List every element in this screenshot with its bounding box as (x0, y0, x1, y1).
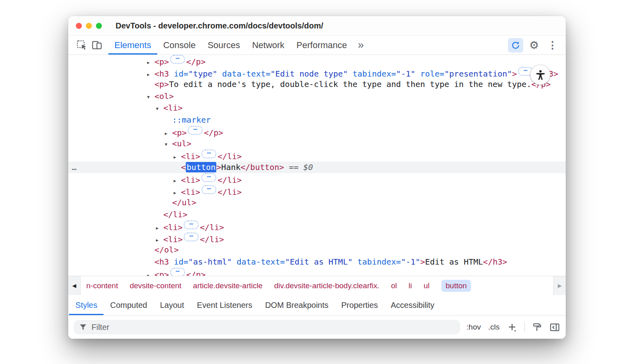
crumb-article-devsite-article[interactable]: article.devsite-article (193, 281, 262, 290)
dom-tree-row[interactable]: ▸<li>⋯</li> (68, 185, 566, 197)
tab-styles[interactable]: Styles (69, 295, 104, 315)
disclosure-arrow[interactable]: ▾ (146, 91, 154, 103)
accessibility-icon[interactable] (530, 65, 550, 85)
filter-placeholder: Filter (91, 323, 109, 332)
crumb-button[interactable]: button (441, 280, 471, 292)
dom-tree-row[interactable]: <p>To edit a node's type, double-click t… (68, 79, 566, 91)
code-token: <h3 (154, 257, 174, 267)
code-token: "presentation" (445, 69, 512, 79)
indent-spacer (146, 230, 155, 230)
dom-tree-row[interactable]: ▸<p>⋯</p> (68, 268, 566, 276)
tab-elements[interactable]: Elements (108, 36, 157, 55)
device-toolbar-icon[interactable] (89, 38, 104, 53)
tab-sources[interactable]: Sources (201, 36, 246, 55)
more-tabs-icon[interactable]: » (353, 39, 369, 51)
crumb-li[interactable]: li (408, 281, 412, 290)
dom-tree-row[interactable]: ::marker (68, 114, 566, 126)
divider (524, 322, 525, 332)
new-style-rule-button[interactable] (507, 322, 517, 332)
minimize-button[interactable] (86, 23, 92, 29)
filter-input[interactable]: Filter (74, 320, 460, 334)
code-token: ::marker (172, 115, 211, 125)
zoom-button[interactable] (96, 23, 102, 29)
inline-expand-button[interactable]: ⋯ (184, 220, 199, 229)
tab-event-listeners[interactable]: Event Listeners (191, 295, 259, 315)
dom-tree-row[interactable]: ▸<h3 id="type" data-text="Edit node type… (68, 67, 566, 79)
toggle-sidebar-icon[interactable] (549, 322, 560, 333)
code-token: id= (174, 257, 188, 267)
inline-expand-button[interactable]: ⋯ (170, 268, 185, 276)
inline-expand-button[interactable]: ⋯ (201, 150, 216, 158)
code-token: </ol> (154, 245, 179, 255)
dom-tree-row[interactable]: ▸<li>⋯</li> (68, 173, 566, 185)
code-token: data-text= (237, 257, 285, 267)
code-token: <li> (181, 175, 200, 185)
disclosure-arrow[interactable]: ▸ (146, 269, 154, 276)
tab-dom-breakpoints[interactable]: DOM Breakpoints (259, 295, 335, 315)
disclosure-arrow[interactable]: ▾ (155, 103, 163, 115)
inline-expand-button[interactable]: ⋯ (201, 173, 216, 182)
dom-tree-row[interactable]: </ol> (68, 244, 566, 256)
tab-network[interactable]: Network (246, 36, 291, 55)
crumb-devsite-content[interactable]: devsite-content (130, 281, 181, 290)
inspect-element-icon[interactable] (74, 38, 89, 53)
crumb-ol[interactable]: ol (391, 281, 397, 290)
tab-accessibility[interactable]: Accessibility (384, 295, 441, 315)
inline-expand-button[interactable]: ⋯ (184, 233, 199, 241)
more-options-icon[interactable]: ⋮ (545, 38, 560, 53)
crumb-n-content[interactable]: n-content (86, 281, 118, 290)
tab-performance[interactable]: Performance (291, 36, 353, 55)
crumb-ul[interactable]: ul (424, 281, 430, 290)
window-controls (68, 23, 102, 29)
tab-console[interactable]: Console (157, 36, 202, 55)
window-title: DevTools - developer.chrome.com/docs/dev… (116, 21, 323, 30)
code-token: "type" (188, 69, 222, 79)
code-token: </p> (186, 270, 205, 276)
tab-properties[interactable]: Properties (335, 295, 384, 315)
code-token: "-1" (401, 257, 420, 267)
code-token: "Edit as HTML" (285, 257, 358, 267)
inline-expand-button[interactable]: ⋯ (170, 55, 185, 64)
indent-spacer (146, 159, 173, 159)
breadcrumb-scroll-left-icon[interactable]: ◀ (68, 276, 81, 295)
tab-layout[interactable]: Layout (154, 295, 191, 315)
code-token: <p> (154, 270, 169, 276)
close-button[interactable] (76, 23, 82, 29)
code-token: <h3 (154, 69, 174, 79)
disclosure-arrow[interactable]: ▾ (164, 138, 172, 150)
code-token: "as-html" (188, 257, 236, 267)
element-classes-button[interactable]: .cls (488, 323, 500, 332)
dom-tree-row[interactable]: ▸<li>⋯</li> (68, 220, 566, 233)
toggle-element-state-button[interactable]: :hov (467, 323, 481, 332)
dom-tree-row[interactable]: ▸<li>⋯</li> (68, 150, 566, 162)
code-token: </li> (217, 152, 242, 161)
row-more-actions-icon[interactable]: … (72, 162, 77, 174)
dom-tree-row[interactable]: <h3 id="as-html" data-text="Edit as HTML… (68, 256, 566, 268)
devtools-window: DevTools - developer.chrome.com/docs/dev… (68, 16, 566, 339)
dom-tree-row[interactable]: ▸<p>⋯</p> (68, 55, 566, 67)
crumb-div-devsite-article-body-clearfix[interactable]: div.devsite-article-body.clearfix. (274, 281, 379, 290)
code-token: </li> (217, 187, 242, 197)
dom-tree-row[interactable]: ▸<p>⋯</p> (68, 126, 566, 138)
inline-expand-button[interactable]: ⋯ (201, 185, 216, 194)
code-token: $0 (303, 162, 313, 172)
highlighted-feature-icon[interactable] (508, 38, 523, 53)
indent-spacer (146, 135, 164, 135)
tab-computed[interactable]: Computed (104, 295, 153, 315)
settings-icon[interactable]: ⚙ (526, 38, 542, 53)
dom-tree-row[interactable]: ▾<ul> (68, 138, 566, 150)
rendering-emulations-icon[interactable] (532, 322, 542, 332)
dom-tree-row[interactable]: </li> (68, 209, 566, 221)
breadcrumb-scroll-right-icon[interactable]: ▶ (553, 276, 566, 295)
code-token: > (216, 162, 221, 172)
code-token: > (512, 69, 517, 79)
dom-tree-row[interactable]: ▾<li> (68, 102, 566, 114)
inline-expand-button[interactable]: ⋯ (188, 126, 203, 135)
dom-tree-row[interactable]: ▸<li>⋯</li> (68, 233, 566, 245)
code-token: "-1" (396, 69, 420, 79)
code-token: </li> (200, 235, 224, 244)
dom-tree-row[interactable]: …<button>Hank</button> == $0 (68, 162, 566, 174)
dom-tree-row[interactable]: ▾<ol> (68, 91, 566, 103)
code-token: </li> (217, 175, 242, 185)
dom-tree-row[interactable]: </ul> (68, 197, 566, 209)
